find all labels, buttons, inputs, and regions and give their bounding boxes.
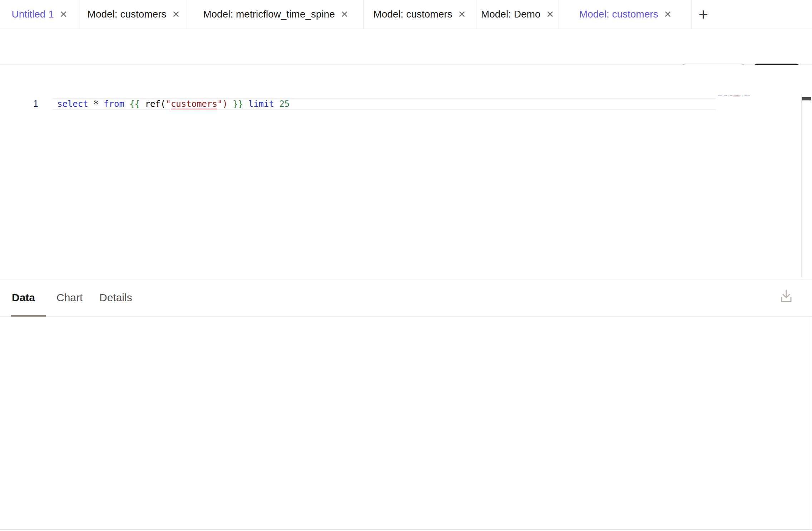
minimap-code-line: select * from {{ ref("customers") }} lim… — [718, 95, 722, 97]
results-tab-bar: Data Chart Details — [0, 279, 812, 317]
editor-scrollbar-thumb[interactable] — [802, 97, 811, 100]
code-token: ref( — [140, 99, 165, 109]
code-token — [124, 99, 129, 109]
close-icon[interactable]: ✕ — [341, 10, 348, 19]
editor-scrollbar-track — [801, 95, 802, 278]
tab-model-customers-1[interactable]: Model: customers ✕ — [79, 0, 188, 29]
new-tab-button[interactable]: + — [692, 0, 715, 29]
code-token — [228, 99, 233, 109]
code-token: limit — [248, 99, 274, 109]
sql-editor[interactable]: 1 select * from {{ ref("customers") }} l… — [0, 65, 812, 278]
code-token: }} — [233, 99, 243, 109]
code-token: select — [57, 99, 88, 109]
tab-label: Model: customers — [88, 9, 167, 20]
tab-model-demo[interactable]: Model: Demo ✕ — [476, 0, 559, 29]
code-token: ") — [217, 99, 228, 109]
close-icon[interactable]: ✕ — [664, 10, 672, 19]
code-token: * — [88, 99, 104, 109]
editor-tab-bar: Untitled 1 ✕ Model: customers ✕ Model: m… — [0, 0, 812, 29]
tab-details-label: Details — [99, 292, 132, 304]
tab-label: Untitled 1 — [11, 9, 54, 20]
tab-details[interactable]: Details — [99, 279, 132, 316]
ref-customers-link[interactable]: customers — [171, 99, 217, 109]
code-line-1[interactable]: select * from {{ ref("customers") }} lim… — [57, 98, 289, 110]
tab-untitled-1[interactable]: Untitled 1 ✕ — [0, 0, 79, 29]
results-panel: i Input query to run against your wareho… — [0, 317, 811, 529]
tab-data-label: Data — [12, 292, 35, 304]
tab-label: Model: customers — [579, 9, 658, 20]
bottom-divider — [0, 529, 812, 530]
editor-minimap[interactable]: select * from {{ ref("customers") }} lim… — [718, 95, 752, 102]
close-icon[interactable]: ✕ — [60, 10, 68, 19]
tab-label: Model: metricflow_time_spine — [203, 9, 335, 20]
code-token: " — [165, 99, 170, 109]
tab-label: Model: customers — [373, 9, 452, 20]
download-icon[interactable] — [778, 288, 794, 304]
code-token — [274, 99, 279, 109]
code-token: {{ — [129, 99, 140, 109]
close-icon[interactable]: ✕ — [546, 10, 554, 19]
tab-data[interactable]: Data — [12, 279, 35, 316]
tab-model-customers-3[interactable]: Model: customers ✕ — [559, 0, 692, 29]
tab-chart[interactable]: Chart — [56, 279, 83, 316]
tab-model-metricflow-time-spine[interactable]: Model: metricflow_time_spine ✕ — [188, 0, 363, 29]
close-icon[interactable]: ✕ — [172, 10, 180, 19]
code-token: from — [104, 99, 124, 109]
dbt-ide-window: Untitled 1 ✕ Model: customers ✕ Model: m… — [0, 0, 812, 531]
toolbar: Develop Run — [0, 29, 812, 65]
close-icon[interactable]: ✕ — [458, 10, 466, 19]
code-token — [243, 99, 248, 109]
code-token: 25 — [279, 99, 289, 109]
tab-chart-label: Chart — [56, 292, 83, 304]
tab-label: Model: Demo — [481, 9, 541, 20]
line-number: 1 — [21, 98, 38, 110]
tab-model-customers-2[interactable]: Model: customers ✕ — [363, 0, 476, 29]
